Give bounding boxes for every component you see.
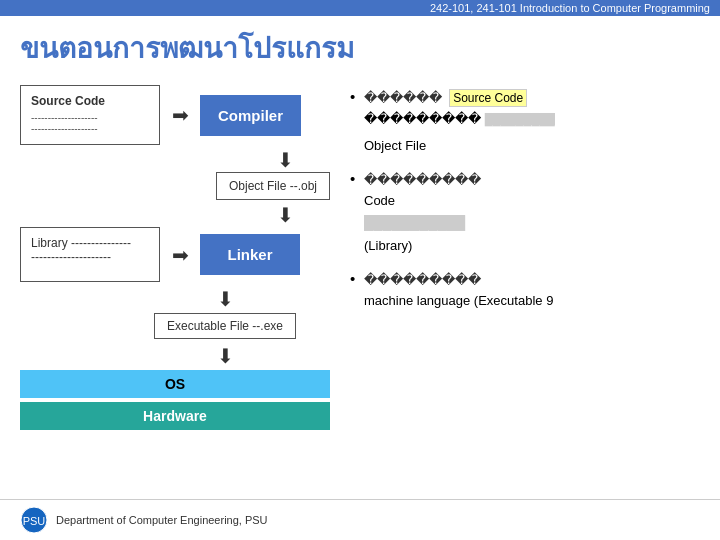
top-bar-title: 242-101, 241-101 Introduction to Compute…: [430, 2, 710, 14]
source-code-box: Source Code -------------------- -------…: [20, 85, 160, 145]
right-panel: • ������ Source Code ��������� █████████…: [340, 85, 700, 524]
library-line-1: --------------------: [31, 250, 149, 264]
compiler-box: Compiler: [200, 95, 301, 136]
bullet-2-dot: •: [350, 170, 355, 187]
source-code-label: Source Code: [31, 94, 149, 108]
executable-box: Executable File --.exe: [154, 313, 296, 339]
machine-language-label: machine language (Executable 9: [364, 291, 700, 312]
bullet-1-dot: •: [350, 88, 355, 105]
object-file-row: Object File --.obj: [20, 172, 330, 200]
diagram-panel: Source Code -------------------- -------…: [20, 85, 330, 524]
source-line-1: --------------------: [31, 112, 149, 123]
source-line-2: --------------------: [31, 123, 149, 134]
library-box: Library --------------- ----------------…: [20, 227, 160, 282]
code-label: Code: [364, 191, 700, 212]
source-code-highlight: Source Code: [449, 89, 527, 107]
linker-box: Linker: [200, 234, 300, 275]
object-file-label: Object File: [364, 136, 700, 157]
bullet-3-dot: •: [350, 270, 355, 287]
arrow-down-linker: ⬇: [120, 287, 330, 311]
top-bar: 242-101, 241-101 Introduction to Compute…: [0, 0, 720, 16]
footer-logo: PSU: [20, 506, 48, 534]
bullet-1-continuation: ��������� █████████: [364, 109, 700, 130]
os-bar: OS: [20, 370, 330, 398]
page-title: ขนตอนการพฒนาโปรแกรม: [20, 26, 700, 70]
footer: PSU Department of Computer Engineering, …: [0, 499, 720, 540]
library-title: Library ---------------: [31, 236, 149, 250]
arrow-down-obj: ⬇: [240, 205, 330, 225]
footer-text: Department of Computer Engineering, PSU: [56, 514, 268, 526]
bullet-2-row: • ���������: [350, 167, 700, 191]
arrow-to-compiler: ➡: [160, 103, 200, 127]
bullet-2-block: ███████████: [364, 213, 700, 234]
bullet-1-row: • ������ Source Code: [350, 85, 700, 109]
library-label: (Library): [364, 236, 700, 257]
arrow-to-linker: ➡: [160, 243, 200, 267]
hardware-bar: Hardware: [20, 402, 330, 430]
svg-text:PSU: PSU: [23, 515, 46, 527]
executable-row: Executable File --.exe: [120, 313, 330, 339]
bullet-3-row: • ���������: [350, 267, 700, 291]
arrow-down-exe: ⬇: [120, 344, 330, 368]
object-file-box: Object File --.obj: [216, 172, 330, 200]
arrow-down-compiler: ⬇: [240, 150, 330, 170]
